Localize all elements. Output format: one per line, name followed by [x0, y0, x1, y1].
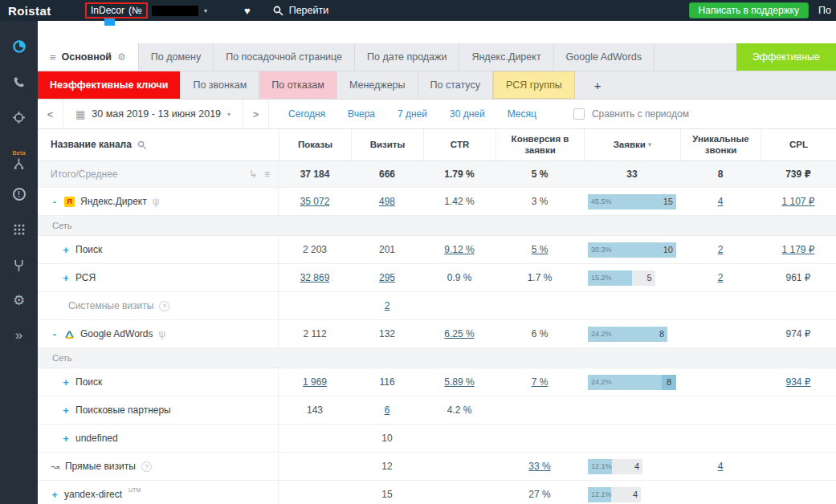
unique-calls-cell: 4 [680, 453, 761, 480]
tab-settings-gear-icon[interactable]: ⚙ [117, 51, 126, 63]
column-header-visits[interactable]: Визиты [351, 129, 423, 161]
tab-by-status[interactable]: По статусу [418, 71, 493, 99]
channel-name-cell: +undefined [38, 425, 279, 452]
tab-by-sale-date[interactable]: По дате продажи [355, 43, 459, 71]
tracking-target-icon[interactable] [0, 100, 38, 135]
services-grid-icon[interactable] [0, 212, 38, 247]
column-header-channel-name[interactable]: Название канала [38, 129, 279, 161]
expand-plus-icon[interactable]: + [62, 433, 70, 445]
tab-by-calls[interactable]: По звонкам [181, 71, 259, 99]
search-icon[interactable] [137, 140, 147, 150]
tab-by-landing-page[interactable]: По посадочной странице [214, 43, 355, 71]
calls-phone-icon[interactable] [0, 64, 38, 100]
settings-gear-icon[interactable]: ⚙ [0, 282, 38, 318]
columns-settings-icon[interactable]: ≡ [264, 169, 270, 180]
compare-label: Сравнить с периодом [592, 108, 689, 120]
project-selector[interactable]: InDecor (№ ▾ [85, 2, 207, 18]
prev-period-button[interactable]: < [38, 100, 63, 128]
add-tab-button[interactable]: + [580, 71, 616, 99]
channel-name[interactable]: Системные визиты [68, 300, 153, 311]
column-header-unique-calls[interactable]: Уникальные звонки [680, 129, 761, 161]
ctr-value[interactable]: 6.25 % [444, 328, 474, 339]
channel-name[interactable]: Google AdWords [80, 328, 153, 339]
analytics-pie-icon[interactable] [0, 29, 38, 64]
ctr-value[interactable]: 5.89 % [444, 376, 474, 388]
app-screen: Roistat InDecor (№ ▾ ♥ Перейти Написать … [0, 0, 836, 504]
compare-checkbox[interactable] [573, 108, 585, 120]
tab-rsya-groups[interactable]: РСЯ группы [493, 71, 575, 99]
ctr-value[interactable]: 9.12 % [444, 244, 474, 255]
column-header-conversion[interactable]: Конверсия в заявки [495, 129, 584, 161]
expand-levels-icon[interactable]: ↳ [249, 169, 257, 180]
tab-label: По звонкам [193, 79, 247, 91]
tab-managers[interactable]: Менеджеры [337, 71, 418, 99]
channel-name[interactable]: Поиск [75, 244, 102, 255]
bids-value: 33 [626, 169, 637, 180]
impressions-value[interactable]: 1 969 [303, 376, 327, 388]
channel-name[interactable]: undefined [75, 433, 118, 444]
bids-bar-value: 4 [633, 490, 638, 499]
visits-value[interactable]: 2 [385, 300, 390, 311]
tab-by-domain[interactable]: По домену [139, 43, 214, 71]
conversion-value[interactable]: 5 % [532, 244, 548, 255]
split-test-icon[interactable]: Beta [0, 135, 38, 177]
favorites-heart-icon[interactable]: ♥ [244, 5, 251, 17]
expand-plus-icon[interactable]: + [62, 272, 70, 284]
go-search[interactable]: Перейти [273, 5, 329, 16]
channel-name[interactable]: Яндекс.Директ [80, 196, 147, 207]
column-header-cpl[interactable]: CPL [761, 129, 836, 161]
tab-yandex-direct[interactable]: Яндекс.Директ [459, 43, 553, 71]
tab-google-adwords[interactable]: Google AdWords [554, 43, 655, 71]
channel-name[interactable]: РСЯ [75, 272, 96, 283]
cpl-value[interactable]: 934 ₽ [786, 376, 811, 388]
unique-calls-value[interactable]: 4 [718, 461, 724, 472]
visits-value[interactable]: 295 [379, 272, 395, 283]
sort-desc-icon[interactable]: ▾ [648, 140, 652, 148]
quick-range-yesterday[interactable]: Вчера [348, 108, 375, 120]
quick-range-30days[interactable]: 30 дней [450, 108, 485, 120]
menu-icon[interactable]: ≡ [50, 51, 56, 63]
expand-plus-icon[interactable]: + [51, 489, 59, 501]
column-header-ctr[interactable]: CTR [423, 129, 495, 161]
expand-plus-icon[interactable]: + [62, 376, 70, 388]
help-icon[interactable]: ? [159, 301, 169, 311]
date-range-picker[interactable]: ▦ 30 мая 2019 - 13 июня 2019 ▾ [63, 100, 243, 128]
visits-value[interactable]: 498 [379, 196, 395, 207]
tab-by-refusals[interactable]: По отказам [259, 71, 337, 99]
collapse-minus-icon[interactable]: - [51, 328, 59, 340]
expand-plus-icon[interactable]: + [62, 244, 70, 256]
unique-calls-cell: 2 [680, 236, 761, 263]
tab-main[interactable]: ≡ Основной ⚙ [38, 43, 139, 71]
column-header-bids[interactable]: Заявки ▾ [584, 129, 680, 161]
channel-name[interactable]: Поисковые партнеры [75, 404, 171, 416]
quick-range-7days[interactable]: 7 дней [398, 108, 427, 120]
support-button[interactable]: Написать в поддержку [689, 2, 809, 18]
channel-name[interactable]: Прямые визиты [65, 461, 136, 472]
cpl-value[interactable]: 1 179 ₽ [782, 244, 815, 255]
collapse-chevrons-icon[interactable]: » [0, 318, 38, 353]
quick-range-today[interactable]: Сегодня [288, 108, 325, 120]
help-icon[interactable]: ? [141, 461, 152, 472]
unique-calls-value[interactable]: 2 [718, 272, 724, 283]
quick-range-month[interactable]: Месяц [508, 108, 536, 120]
column-header-impressions[interactable]: Показы [279, 129, 351, 161]
unique-calls-cell [680, 425, 761, 452]
ctr-cell [423, 292, 495, 319]
tab-ineffective-keys[interactable]: Неэффективные ключи [38, 71, 181, 99]
alerts-icon[interactable]: ! [0, 177, 38, 212]
collapse-minus-icon[interactable]: - [51, 196, 59, 208]
cpl-value[interactable]: 1 107 ₽ [782, 196, 815, 207]
tab-effective[interactable]: Эффективные [736, 43, 836, 71]
channel-name[interactable]: yandex-direct [64, 489, 122, 500]
channel-name[interactable]: Поиск [75, 376, 102, 388]
next-period-button[interactable]: > [243, 100, 269, 128]
visits-value[interactable]: 6 [385, 404, 390, 416]
unique-calls-value[interactable]: 4 [718, 196, 724, 207]
conversion-value[interactable]: 33 % [528, 461, 550, 472]
conversion-value[interactable]: 7 % [532, 376, 548, 388]
expand-plus-icon[interactable]: + [62, 404, 70, 417]
impressions-value[interactable]: 32 869 [300, 272, 330, 283]
integrations-plug-icon[interactable] [0, 247, 38, 282]
impressions-value[interactable]: 35 072 [300, 196, 330, 207]
unique-calls-value[interactable]: 2 [718, 244, 724, 255]
